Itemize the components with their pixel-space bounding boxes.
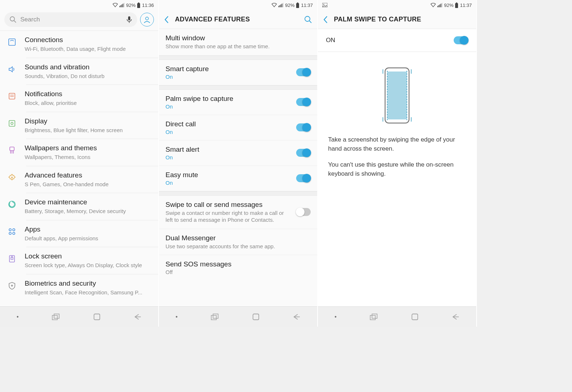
- settings-item-sounds[interactable]: Sounds and vibrationSounds, Vibration, D…: [0, 58, 158, 85]
- svg-rect-60: [387, 72, 407, 119]
- status-bar: 92% 11:37: [318, 0, 476, 10]
- svg-rect-4: [124, 3, 124, 7]
- svg-rect-12: [9, 39, 15, 45]
- item-easy-mute[interactable]: Easy muteOn: [159, 166, 317, 191]
- nav-dot: •: [335, 314, 337, 320]
- item-smart-capture[interactable]: Smart captureOn: [159, 60, 317, 85]
- home-button[interactable]: [93, 313, 101, 320]
- wifi-icon: [430, 3, 436, 7]
- status-time: 11:37: [301, 3, 313, 8]
- svg-rect-29: [9, 256, 15, 262]
- description-body: Take a screenshot by swiping the edge of…: [318, 52, 476, 306]
- advanced-list: Multi windowShow more than one app at th…: [159, 29, 317, 306]
- svg-rect-30: [11, 258, 13, 260]
- svg-point-17: [11, 122, 13, 124]
- search-input[interactable]: Search: [4, 12, 137, 27]
- svg-rect-40: [282, 4, 282, 7]
- svg-rect-56: [442, 3, 442, 7]
- toggle-smart-capture[interactable]: [296, 68, 311, 76]
- settings-item-maintenance[interactable]: Device maintenanceBattery, Storage, Memo…: [0, 193, 158, 220]
- svg-rect-53: [438, 5, 439, 7]
- navigation-bar: •: [0, 306, 158, 327]
- battery-percent: 92%: [444, 3, 453, 8]
- back-icon[interactable]: [164, 16, 169, 24]
- svg-rect-54: [440, 4, 440, 7]
- svg-rect-35: [94, 314, 100, 320]
- wallpapers-icon: [6, 144, 18, 155]
- battery-percent: 92%: [126, 3, 135, 8]
- svg-rect-39: [281, 4, 281, 7]
- settings-item-connections[interactable]: ConnectionsWi-Fi, Bluetooth, Data usage,…: [0, 31, 158, 58]
- signal-icon: [278, 3, 283, 7]
- settings-item-wallpapers[interactable]: Wallpapers and themesWallpapers, Themes,…: [0, 139, 158, 166]
- master-toggle-row[interactable]: ON: [318, 29, 476, 52]
- back-button[interactable]: [134, 314, 142, 320]
- svg-rect-58: [456, 3, 457, 3]
- settings-item-biometrics[interactable]: Biometrics and securityIntelligent Scan,…: [0, 274, 158, 301]
- settings-main-screen: 92% 11:36 Search ConnectionsWi-Fi, Bluet…: [0, 0, 159, 327]
- profile-button[interactable]: [140, 13, 154, 26]
- svg-rect-13: [9, 93, 15, 99]
- item-dual-messenger[interactable]: Dual MessengerUse two separate accounts …: [159, 229, 317, 256]
- notifications-icon: [6, 90, 18, 101]
- home-button[interactable]: [252, 313, 260, 320]
- recents-button[interactable]: [211, 314, 219, 320]
- recents-button[interactable]: [52, 314, 60, 320]
- item-palm-swipe[interactable]: Palm swipe to captureOn: [159, 90, 317, 115]
- back-button[interactable]: [452, 314, 459, 320]
- search-icon: [9, 16, 17, 23]
- svg-point-27: [9, 232, 11, 234]
- svg-line-45: [309, 21, 311, 23]
- advanced-icon: [6, 171, 18, 182]
- svg-rect-34: [54, 314, 59, 318]
- titlebar: ADVANCED FEATURES: [159, 10, 317, 29]
- svg-rect-37: [278, 6, 279, 7]
- status-bar: 92% 11:36: [0, 0, 158, 10]
- search-icon[interactable]: [304, 16, 312, 24]
- svg-line-8: [14, 21, 16, 23]
- svg-rect-5: [137, 3, 140, 8]
- battery-icon: [296, 3, 299, 8]
- master-toggle[interactable]: [454, 36, 468, 44]
- item-multi-window[interactable]: Multi windowShow more than one app at th…: [159, 29, 317, 56]
- back-icon[interactable]: [323, 16, 328, 24]
- item-smart-alert[interactable]: Smart alertOn: [159, 140, 317, 166]
- item-direct-call[interactable]: Direct callOn: [159, 115, 317, 140]
- svg-rect-68: [372, 314, 377, 318]
- page-title: ADVANCED FEATURES: [175, 16, 298, 23]
- back-button[interactable]: [293, 314, 301, 320]
- phone-illustration: [328, 59, 466, 135]
- toggle-palm-swipe[interactable]: [296, 98, 311, 106]
- svg-rect-0: [119, 6, 120, 7]
- settings-item-display[interactable]: DisplayBrightness, Blue light filter, Ho…: [0, 112, 158, 139]
- item-sos[interactable]: Send SOS messagesOff: [159, 255, 317, 280]
- toggle-easy-mute[interactable]: [296, 174, 311, 182]
- toggle-smart-alert[interactable]: [296, 149, 311, 157]
- item-swipe-call[interactable]: Swipe to call or send messagesSwipe a co…: [159, 196, 317, 229]
- settings-item-lockscreen[interactable]: Lock screenScreen lock type, Always On D…: [0, 247, 158, 274]
- navigation-bar: •: [159, 306, 317, 327]
- page-title: PALM SWIPE TO CAPTURE: [334, 16, 471, 23]
- nav-dot: •: [176, 314, 178, 320]
- titlebar: PALM SWIPE TO CAPTURE: [318, 10, 476, 29]
- svg-rect-2: [122, 4, 122, 7]
- status-time: 11:36: [142, 3, 154, 8]
- battery-icon: [137, 3, 140, 8]
- settings-item-notifications[interactable]: NotificationsBlock, allow, prioritise: [0, 85, 158, 112]
- signal-icon: [437, 3, 442, 7]
- svg-rect-3: [123, 4, 123, 7]
- maintenance-icon: [6, 198, 18, 209]
- mic-icon[interactable]: [126, 16, 132, 23]
- svg-point-28: [13, 232, 15, 234]
- svg-rect-52: [437, 6, 438, 7]
- svg-rect-43: [297, 3, 298, 3]
- settings-item-apps[interactable]: AppsDefault apps, App permissions: [0, 220, 158, 247]
- svg-point-11: [146, 17, 148, 20]
- settings-item-advanced[interactable]: Advanced featuresS Pen, Games, One-hande…: [0, 166, 158, 193]
- recents-button[interactable]: [370, 314, 378, 320]
- toggle-swipe-call[interactable]: [296, 208, 311, 216]
- battery-icon: [455, 3, 458, 8]
- toggle-direct-call[interactable]: [296, 123, 311, 131]
- svg-rect-18: [10, 147, 14, 151]
- home-button[interactable]: [411, 313, 418, 320]
